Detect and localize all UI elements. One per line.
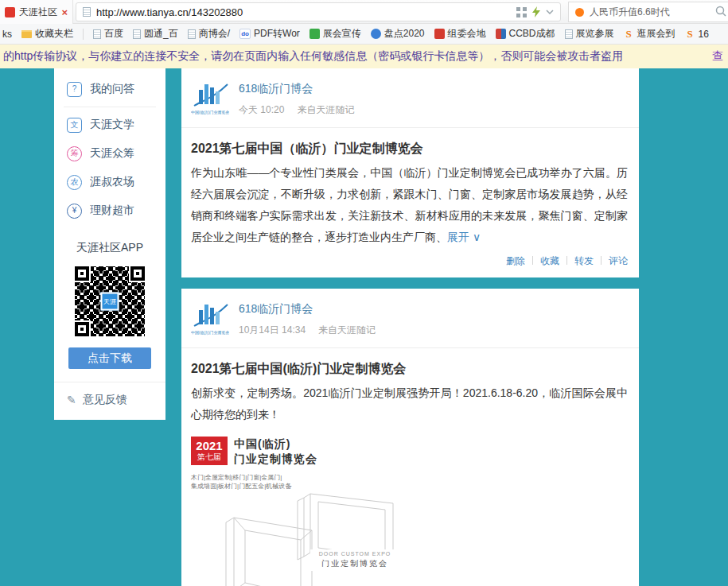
qr-marker [75,322,89,336]
warning-action-link[interactable]: 查 [712,49,723,64]
bookmark-item[interactable]: 百度 [93,27,123,41]
sidebar-item-farm[interactable]: 农 涯叔农场 [54,168,165,196]
qr-marker [130,266,145,281]
url-input[interactable] [96,6,511,18]
bookmark-item[interactable]: 组委会地 [434,27,486,41]
poster-title: 中国(临沂) 门业定制博览会 [234,437,317,467]
poster-header: 2021 第七届 中国(临沂) 门业定制博览会 [191,437,403,467]
security-warning-bar: 的http传输协议，与你建立的连接不安全，请勿在页面内输入任何敏感信息（密码或银… [0,45,728,68]
bookmark-item[interactable]: 展会宣传 [309,27,361,41]
forward-link[interactable]: 转发 [574,255,594,266]
browser-chrome: 天涯社区 × 人民币升值6.6时代 [0,0,728,24]
bookmarks-separator [83,29,84,40]
divider [64,107,156,107]
blue-site-icon [371,29,381,39]
post-body: 作为山东唯——个专业性门类展会，中国（临沂）门业定制博览会已成功举办了六届。历经… [191,162,628,248]
author-avatar[interactable]: 中国(临沂)门业博览会 [191,300,229,338]
post-source: 来自天涯随记 [318,324,376,337]
post-title: 2021第七届中国（临沂）门业定制博览会 [191,141,628,157]
tab-close-icon[interactable]: × [61,6,68,18]
avatar-caption: 中国(临沂)门业博览会 [191,330,229,336]
finance-icon: ¥ [67,204,82,219]
post-time: 10月14日 14:34 [239,324,306,337]
pencil-icon: ✎ [67,394,76,406]
sidebar-item-finance[interactable]: ¥ 理财超市 [54,196,165,225]
bookmark-item[interactable]: S 逛展会到 [624,27,675,41]
bookmark-item[interactable]: S 16 [685,29,709,40]
post-card: 中国(临沂)门业博览会 618临沂门博会 今天 10:20 来自天涯随记 202… [181,68,639,277]
ccbd-site-icon [496,29,506,39]
address-bar[interactable] [76,2,561,21]
literature-icon: 文 [67,118,82,133]
farm-icon: 农 [67,175,82,190]
post-title: 2021第七届中国(临沂)门业定制博览会 [191,361,628,378]
bookmark-item[interactable]: 商博会/ [188,27,230,41]
post-header: 中国(临沂)门业博览会 618临沂门博会 10月14日 14:34 来自天涯随记 [181,293,639,348]
sogou-s-icon: S [685,29,695,39]
tianya-favicon-icon [5,7,15,17]
qr-code: 天涯 [75,266,145,336]
bookmark-item[interactable]: 盘点2020 [371,27,425,41]
post-meta: 今天 10:20 来自天涯随记 [239,103,354,117]
post-actions: 删除收藏转发评论 [181,254,639,268]
author-link[interactable]: 618临沂门博会 [239,302,313,316]
author-block: 618临沂门博会 今天 10:20 来自天涯随记 [239,80,354,117]
doc-icon [188,29,196,39]
lightning-icon[interactable] [532,6,540,17]
page-content: ? 我的问答 文 天涯文学 筹 天涯众筹 农 涯叔农场 ¥ 理财超市 天涯社区A… [0,68,728,586]
divider [601,256,601,265]
chevron-down-icon[interactable] [546,10,554,14]
doc-icon [93,29,101,39]
poster-categories: 木门|全屋定制|移门|门窗|金属门| 集成墙面|板材门|门配五金|机械设备 [191,473,403,491]
hot-search-box[interactable]: 人民币升值6.6时代 [568,2,728,22]
sidebar: ? 我的问答 文 天涯文学 筹 天涯众筹 农 涯叔农场 ¥ 理财超市 天涯社区A… [54,68,165,420]
question-icon: ? [67,82,82,97]
post-time: 今天 10:20 [239,103,284,117]
skyline-logo-icon [191,300,229,330]
post-feed: 中国(临沂)门业博览会 618临沂门博会 今天 10:20 来自天涯随记 202… [181,68,639,586]
bookmarks-bar: ks 收藏夹栏 百度 圆通_百 商博会/ do PDF转Wor 展会宣传 盘点2 [0,24,728,45]
feedback-link[interactable]: ✎ 意见反馈 [54,382,165,417]
bookmark-item[interactable]: 圆通_百 [133,27,178,41]
sidebar-item-qa[interactable]: ? 我的问答 [54,75,165,103]
tab-title: 天涯社区 [19,6,57,19]
author-avatar[interactable]: 中国(临沂)门业博览会 [191,80,229,118]
hot-search-text[interactable]: 人民币升值6.6时代 [590,6,670,19]
author-block: 618临沂门博会 10月14日 14:34 来自天涯随记 [239,300,376,337]
search-icon[interactable] [715,6,726,19]
bookmark-item[interactable]: do PDF转Wor [239,27,300,41]
browser-tab[interactable]: 天涯社区 × [0,0,73,24]
poster-image[interactable]: 2021 第七届 中国(临沂) 门业定制博览会 木门|全屋定制|移门|门窗|金属… [191,437,403,586]
sidebar-item-crowdfunding[interactable]: 筹 天涯众筹 [54,139,165,168]
post-meta: 10月14日 14:34 来自天涯随记 [239,324,376,337]
post-source: 来自天涯随记 [297,103,354,117]
do-badge-icon: do [239,29,251,39]
expand-chevron-icon: ∨ [473,231,481,243]
skyline-logo-icon [191,80,229,110]
post-header: 中国(临沂)门业博览会 618临沂门博会 今天 10:20 来自天涯随记 [181,73,639,128]
green-site-icon [309,29,320,39]
expand-link[interactable]: 展开 ∨ [447,231,481,243]
warning-text: 的http传输协议，与你建立的连接不安全，请勿在页面内输入任何敏感信息（密码或银… [3,49,623,64]
bookmark-item[interactable]: CCBD成都 [496,27,555,41]
app-title: 天涯社区APP [54,241,165,255]
page-icon [83,7,91,17]
red-site-icon [434,29,445,39]
delete-link[interactable]: 删除 [506,255,525,266]
apps-grid-icon[interactable] [516,7,527,17]
bookmark-partial[interactable]: ks [2,29,12,40]
author-link[interactable]: 618临沂门博会 [239,82,313,96]
folder-icon [21,30,32,38]
bookmark-item[interactable]: 展览参展 [565,27,614,41]
poster-year-badge: 2021 第七届 [191,437,228,465]
hot-icon [575,8,584,17]
crowdfund-icon: 筹 [67,146,82,161]
avatar-caption: 中国(临沂)门业博览会 [191,110,229,115]
download-button[interactable]: 点击下载 [68,347,151,369]
favorite-link[interactable]: 收藏 [540,255,559,266]
comment-link[interactable]: 评论 [609,255,628,266]
bookmark-item-favorites[interactable]: 收藏夹栏 [21,27,73,41]
sidebar-item-literature[interactable]: 文 天涯文学 [54,111,165,139]
divider [566,256,567,265]
isometric-drawing [191,491,403,586]
